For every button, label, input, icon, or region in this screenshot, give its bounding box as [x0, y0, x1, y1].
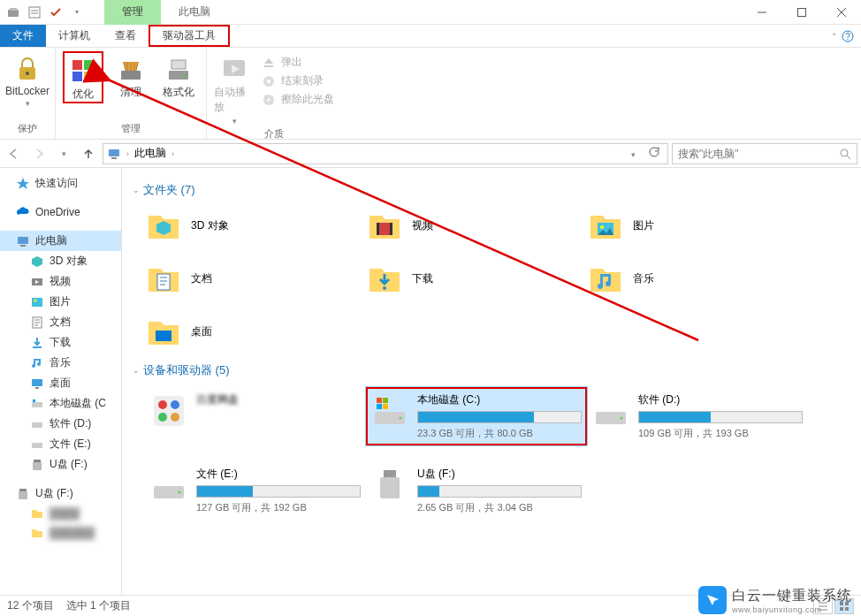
svg-rect-40	[19, 491, 27, 499]
optimize-button[interactable]: 优化	[63, 51, 103, 103]
drive-d-icon	[592, 392, 629, 430]
search-box[interactable]	[672, 143, 857, 164]
nav-tree[interactable]: 快速访问 OneDrive 此电脑 3D 对象 视频 图片 文档 下载 音乐 桌…	[0, 168, 122, 595]
svg-rect-57	[383, 398, 388, 403]
bitlocker-button[interactable]: BitLocker ▾	[7, 51, 48, 108]
svg-rect-17	[264, 65, 273, 67]
svg-point-53	[171, 413, 179, 422]
svg-point-55	[400, 417, 402, 420]
svg-point-14	[185, 74, 187, 77]
folder-3d-icon	[145, 207, 182, 244]
section-folders[interactable]: ⌄文件夹 (7)	[133, 182, 850, 198]
minimize-button[interactable]	[742, 0, 781, 25]
tree-videos[interactable]: 视频	[0, 271, 121, 292]
format-button[interactable]: 格式化	[158, 51, 199, 100]
maximize-button[interactable]	[781, 0, 821, 25]
drive-f[interactable]: U盘 (F:) 2.65 GB 可用，共 3.04 GB	[366, 461, 587, 520]
folder-music[interactable]: 音乐	[587, 260, 808, 297]
svg-rect-2	[29, 7, 40, 18]
forward-button	[28, 143, 50, 164]
tab-manage[interactable]: 管理	[104, 0, 161, 25]
menu-computer[interactable]: 计算机	[46, 25, 103, 47]
cleanup-button[interactable]: 清理	[110, 51, 151, 100]
svg-rect-32	[35, 387, 39, 389]
svg-rect-15	[171, 60, 186, 69]
drive-d[interactable]: 软件 (D:) 109 GB 可用，共 193 GB	[587, 387, 808, 445]
format-icon	[164, 55, 193, 83]
tree-downloads[interactable]: 下载	[0, 332, 121, 353]
download-icon	[30, 336, 44, 350]
titlebar: ▾ 管理 此电脑	[0, 0, 861, 25]
svg-point-19	[267, 80, 270, 83]
svg-point-29	[34, 299, 37, 301]
usb-icon	[30, 458, 44, 472]
menu-view[interactable]: 查看	[103, 25, 149, 47]
checkmark-icon[interactable]	[46, 3, 65, 22]
content-pane[interactable]: ⌄文件夹 (7) 3D 对象 视频 图片 文档 下载	[122, 168, 861, 595]
tree-documents[interactable]: 文档	[0, 312, 121, 332]
drive-icon	[30, 417, 44, 431]
folder-music-icon	[587, 260, 624, 297]
drive-c[interactable]: 本地磁盘 (C:) 23.3 GB 可用，共 80.0 GB	[366, 387, 587, 445]
svg-rect-25	[18, 237, 28, 244]
svg-rect-36	[32, 443, 42, 448]
tree-usb-f[interactable]: U盘 (F:)	[0, 454, 121, 475]
tree-onedrive[interactable]: OneDrive	[0, 202, 121, 222]
search-input[interactable]	[678, 148, 834, 160]
recent-dropdown[interactable]: ▾	[53, 143, 74, 164]
svg-point-51	[171, 400, 179, 409]
breadcrumb-thispc[interactable]: 此电脑	[134, 146, 166, 161]
svg-rect-49	[154, 396, 184, 426]
tree-files-e[interactable]: 文件 (E:)	[0, 434, 121, 454]
folder-videos[interactable]: 视频	[366, 207, 587, 244]
star-icon	[16, 177, 30, 191]
folder-desktop[interactable]: 桌面	[145, 313, 366, 350]
erase-button: 擦除此光盘	[262, 92, 334, 107]
tree-pictures[interactable]: 图片	[0, 292, 121, 312]
tree-3d-objects[interactable]: 3D 对象	[0, 251, 121, 271]
tree-desktop[interactable]: 桌面	[0, 373, 121, 393]
help-icon[interactable]: ?	[842, 30, 854, 42]
folder-3d-objects[interactable]: 3D 对象	[145, 207, 366, 244]
drive-e-bar	[196, 485, 361, 498]
drive-e[interactable]: 文件 (E:) 127 GB 可用，共 192 GB	[145, 461, 366, 520]
tree-folder-blur-1[interactable]: ████	[0, 504, 121, 523]
svg-rect-58	[377, 404, 382, 409]
properties-icon[interactable]	[25, 3, 44, 22]
folder-download-icon	[366, 260, 403, 297]
bitlocker-icon	[13, 55, 42, 83]
tree-software-d[interactable]: 软件 (D:)	[0, 414, 121, 434]
drive-netdisk[interactable]: 百度网盘	[145, 387, 366, 445]
folder-downloads[interactable]: 下载	[366, 260, 587, 297]
status-selected: 选中 1 个项目	[66, 598, 131, 613]
svg-rect-12	[121, 71, 141, 80]
ribbon-collapse[interactable]: ⌃ ?	[831, 25, 861, 47]
up-button[interactable]	[78, 143, 99, 164]
menu-file[interactable]: 文件	[0, 25, 46, 47]
svg-text:?: ?	[845, 32, 850, 42]
qat-dropdown-icon[interactable]: ▾	[67, 3, 87, 22]
close-button[interactable]	[821, 0, 861, 25]
folder-pictures[interactable]: 图片	[587, 207, 808, 244]
menu-drive-tools[interactable]: 驱动器工具	[149, 25, 230, 47]
folder-documents[interactable]: 文档	[145, 260, 366, 297]
refresh-button[interactable]	[644, 146, 664, 161]
tree-quick-access[interactable]: 快速访问	[0, 173, 121, 194]
music-icon	[30, 356, 44, 370]
address-bar[interactable]: › 此电脑 › ▾	[103, 143, 668, 164]
svg-rect-33	[32, 402, 42, 407]
tree-thispc[interactable]: 此电脑	[0, 231, 121, 251]
svg-rect-8	[72, 60, 82, 70]
svg-rect-10	[72, 72, 82, 81]
app-icon[interactable]	[4, 3, 23, 22]
address-dropdown[interactable]: ▾	[628, 148, 639, 160]
tree-music[interactable]: 音乐	[0, 353, 121, 373]
svg-rect-34	[33, 399, 35, 402]
section-devices[interactable]: ⌄设备和驱动器 (5)	[133, 362, 850, 378]
tree-usb-f-root[interactable]: U盘 (F:)	[0, 483, 121, 504]
back-button[interactable]	[4, 143, 25, 164]
usb-icon	[16, 487, 30, 501]
tree-folder-blur-2[interactable]: ██████	[0, 523, 121, 543]
search-icon	[839, 148, 851, 160]
tree-local-c[interactable]: 本地磁盘 (C	[0, 393, 121, 414]
